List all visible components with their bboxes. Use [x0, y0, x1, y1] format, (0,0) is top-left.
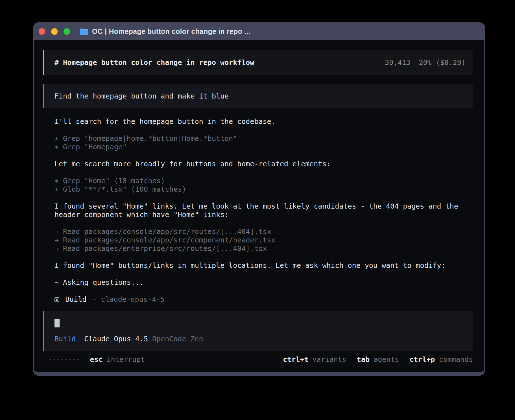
zoom-button[interactable] [64, 28, 70, 35]
terminal-content: # Homepage button color change in repo w… [34, 40, 484, 372]
shortcut-commands: ctrl+p commands [409, 355, 473, 364]
shortcut-agents: tab agents [357, 355, 399, 364]
tool-call-line: → Read packages/console/app/src/componen… [54, 236, 473, 244]
shortcut-key: ctrl+t [283, 355, 308, 364]
shortcut-label: agents [374, 355, 399, 364]
shortcut-label: variants [312, 355, 346, 364]
tool-call-line: ∗ Grep "Homepage" [54, 143, 473, 151]
text-cursor [54, 319, 60, 327]
tool-call-line: ∗ Glob "**/*.tsx" (100 matches) [54, 185, 473, 194]
input-model-label: Claude Opus 4.5 [84, 335, 148, 343]
esc-key: esc [90, 355, 102, 364]
agent-icon [54, 297, 59, 302]
traffic-lights [39, 28, 70, 35]
tool-call-group: ∗ Grep "homepage|home.*button|Home.*butt… [54, 134, 473, 151]
agent-status-line: Build · claude-opus-4-5 [54, 295, 473, 304]
close-button[interactable] [39, 28, 45, 35]
shortcut-key: tab [357, 355, 370, 364]
shortcut-key: ctrl+p [409, 355, 435, 364]
assistant-message: I found several "Home" links. Let me loo… [54, 202, 473, 219]
session-title: # Homepage button color change in repo w… [54, 58, 254, 67]
shortcut-label: commands [439, 355, 473, 364]
window-title: OC | Homepage button color change in rep… [92, 27, 250, 36]
assistant-message: I'll search for the homepage button in t… [54, 117, 473, 126]
tool-call-line: ∗ Grep "Home" (18 matches) [54, 177, 473, 185]
session-header: # Homepage button color change in repo w… [43, 50, 473, 75]
user-message-text: Find the homepage button and make it blu… [54, 92, 229, 100]
minimize-button[interactable] [51, 28, 58, 35]
shortcut-variants: ctrl+t variants [283, 355, 346, 364]
tool-call-line: ∗ Grep "homepage|home.*button|Home.*butt… [54, 134, 473, 143]
user-message: Find the homepage button and make it blu… [43, 84, 473, 108]
titlebar: OC | Homepage button color change in rep… [34, 22, 484, 40]
agent-separator: · [92, 295, 96, 304]
tool-call-line: → Read packages/enterprise/src/routes/[.… [54, 244, 473, 253]
esc-label: interrupt [107, 355, 145, 364]
assistant-message: I found "Home" buttons/links in multiple… [54, 261, 473, 270]
status-bar: ········ esc interrupt ctrl+t variants t… [43, 355, 473, 372]
session-stats: 39,413 20% ($0.29) [385, 58, 466, 67]
esc-hint: esc interrupt [90, 355, 145, 364]
folder-icon [80, 28, 88, 35]
tool-call-group: ∗ Grep "Home" (18 matches) ∗ Glob "**/*.… [54, 177, 473, 194]
token-count: 39,413 [385, 58, 410, 67]
tool-call-line: → Read packages/console/app/src/routes/[… [54, 228, 473, 236]
assistant-message: Let me search more broadly for buttons a… [54, 160, 473, 168]
context-usage: 20% ($0.29) [419, 58, 466, 67]
assistant-status-message: ~ Asking questions... [54, 278, 473, 287]
input-agent-label: Build [54, 335, 76, 343]
input-provider-label: OpenCode Zen [152, 335, 203, 343]
agent-name: Build [65, 295, 86, 304]
agent-model: claude-opus-4-5 [101, 295, 165, 304]
input-box[interactable]: Build Claude Opus 4.5 OpenCode Zen [43, 311, 473, 351]
shortcut-hints: ctrl+t variants tab agents ctrl+p comman… [283, 355, 473, 364]
terminal-window: OC | Homepage button color change in rep… [33, 22, 485, 376]
tool-call-group: → Read packages/console/app/src/routes/[… [54, 228, 473, 253]
input-status-line: Build Claude Opus 4.5 OpenCode Zen [54, 335, 473, 343]
spinner-dots: ········ [48, 355, 80, 364]
